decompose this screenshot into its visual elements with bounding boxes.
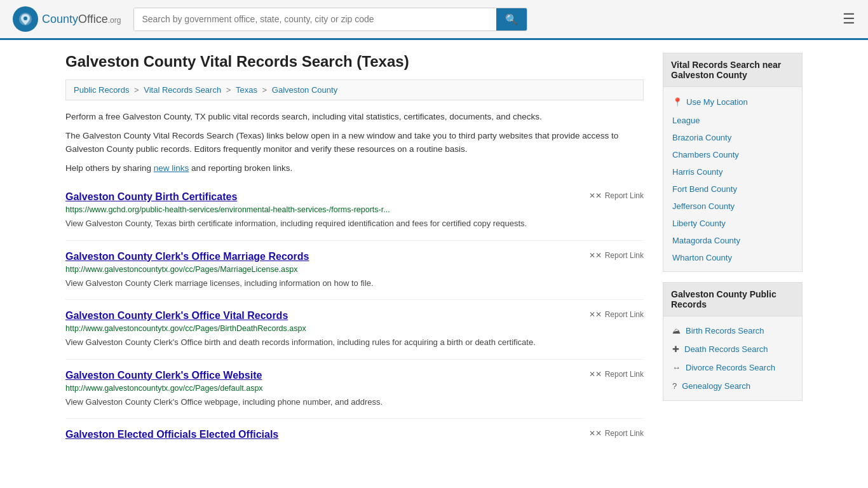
search-icon: 🔍 <box>505 14 518 25</box>
page-wrapper: Galveston County Vital Records Search (T… <box>53 40 815 466</box>
sidebar-link-harris[interactable]: Harris County <box>672 167 722 177</box>
breadcrumb-sep-1: > <box>134 85 141 95</box>
sidebar-item-fortbend[interactable]: Fort Bend County <box>663 180 802 198</box>
report-icon: ✕✕ <box>589 310 602 319</box>
sidebar-item-brazoria[interactable]: Brazoria County <box>663 129 802 146</box>
logo-office: Office <box>78 13 108 25</box>
logo-text: CountyOffice.org <box>42 13 121 26</box>
result-header: Galveston County Birth Certificates ✕✕ R… <box>65 191 644 203</box>
sidebar-item-wharton[interactable]: Wharton County <box>663 249 802 266</box>
sidebar-link-matagorda[interactable]: Matagorda County <box>672 236 740 245</box>
sidebar-link-fortbend[interactable]: Fort Bend County <box>672 184 737 194</box>
report-label: Report Link <box>605 429 644 438</box>
report-icon: ✕✕ <box>589 429 602 438</box>
description-para2: The Galveston County Vital Records Searc… <box>65 130 644 156</box>
result-item: Galveston County Birth Certificates ✕✕ R… <box>65 181 644 241</box>
use-my-location[interactable]: 📍 Use My Location <box>663 92 802 112</box>
sidebar-public-records-header: Galveston County Public Records <box>663 283 802 316</box>
result-desc: View Galveston County Clerk's Office bir… <box>65 336 644 349</box>
sidebar: Vital Records Search near Galveston Coun… <box>663 53 803 453</box>
report-link[interactable]: ✕✕ Report Link <box>589 370 644 379</box>
result-url[interactable]: http://www.galvestoncountytx.gov/cc/Page… <box>65 324 644 333</box>
sidebar-link-brazoria[interactable]: Brazoria County <box>672 133 731 142</box>
sidebar-nearby-section: Vital Records Search near Galveston Coun… <box>663 53 803 272</box>
new-links-link[interactable]: new links <box>154 163 189 173</box>
sidebar-divorce-records[interactable]: ↔ Divorce Records Search <box>663 358 802 377</box>
result-desc: View Galveston County Clerk marriage lic… <box>65 277 644 290</box>
sidebar-item-harris[interactable]: Harris County <box>663 163 802 180</box>
divorce-records-link[interactable]: Divorce Records Search <box>686 363 775 372</box>
report-icon: ✕✕ <box>589 191 602 200</box>
result-header: Galveston County Clerk's Office Vital Re… <box>65 310 644 322</box>
logo-county: County <box>42 13 78 25</box>
sidebar-public-records-body: ⛰ Birth Records Search ✚ Death Records S… <box>663 316 802 400</box>
result-url[interactable]: http://www.galvestoncountytx.gov/cc/Page… <box>65 265 644 274</box>
sidebar-birth-records[interactable]: ⛰ Birth Records Search <box>663 322 802 340</box>
location-icon: 📍 <box>672 97 682 107</box>
logo[interactable]: CountyOffice.org <box>13 6 121 32</box>
sidebar-link-chambers[interactable]: Chambers County <box>672 150 739 159</box>
result-title[interactable]: Galveston County Clerk's Office Vital Re… <box>65 310 288 322</box>
result-url[interactable]: http://www.galvestoncountytx.gov/cc/Page… <box>65 384 644 393</box>
description-para1: Perform a free Galveston County, TX publ… <box>65 111 644 123</box>
report-label: Report Link <box>605 251 644 260</box>
sidebar-public-records-section: Galveston County Public Records ⛰ Birth … <box>663 282 803 401</box>
sidebar-link-league[interactable]: League <box>672 116 700 125</box>
search-bar: 🔍 <box>133 8 527 31</box>
person-icon: ⛰ <box>672 326 681 336</box>
report-link[interactable]: ✕✕ Report Link <box>589 191 644 200</box>
genealogy-icon: ? <box>672 381 677 391</box>
result-desc: View Galveston County Clerk's Office web… <box>65 396 644 409</box>
report-link[interactable]: ✕✕ Report Link <box>589 429 644 438</box>
report-icon: ✕✕ <box>589 251 602 260</box>
result-desc: View Galveston County, Texas birth certi… <box>65 217 644 230</box>
breadcrumb-public-records[interactable]: Public Records <box>74 85 129 95</box>
sidebar-genealogy[interactable]: ? Genealogy Search <box>663 377 802 395</box>
result-url[interactable]: https://www.gchd.org/public-health-servi… <box>65 205 644 214</box>
report-label: Report Link <box>605 370 644 379</box>
logo-domain: .org <box>108 16 121 25</box>
report-link[interactable]: ✕✕ Report Link <box>589 310 644 319</box>
arrows-icon: ↔ <box>672 363 681 372</box>
result-header: Galveston Elected Officials Elected Offi… <box>65 429 644 440</box>
breadcrumb-texas[interactable]: Texas <box>236 85 257 95</box>
result-title[interactable]: Galveston County Clerk's Office Marriage… <box>65 251 309 262</box>
description-para3-suffix: and reporting broken links. <box>189 163 292 173</box>
search-input[interactable] <box>134 8 496 30</box>
page-title: Galveston County Vital Records Search (T… <box>65 53 644 71</box>
description-para3-prefix: Help others by sharing <box>65 163 154 173</box>
header: CountyOffice.org 🔍 ☰ <box>0 0 868 40</box>
menu-icon[interactable]: ☰ <box>843 11 855 27</box>
result-item: Galveston County Clerk's Office Website … <box>65 360 644 419</box>
breadcrumb-sep-2: > <box>226 85 233 95</box>
sidebar-item-league[interactable]: League <box>663 112 802 129</box>
result-item: Galveston County Clerk's Office Vital Re… <box>65 300 644 360</box>
genealogy-link[interactable]: Genealogy Search <box>682 381 750 391</box>
search-button[interactable]: 🔍 <box>496 8 527 30</box>
breadcrumb-vital-records[interactable]: Vital Records Search <box>144 85 221 95</box>
sidebar-item-liberty[interactable]: Liberty County <box>663 215 802 232</box>
breadcrumb: Public Records > Vital Records Search > … <box>65 79 644 100</box>
sidebar-link-jefferson[interactable]: Jefferson County <box>672 201 735 211</box>
sidebar-item-jefferson[interactable]: Jefferson County <box>663 198 802 215</box>
sidebar-item-matagorda[interactable]: Matagorda County <box>663 232 802 249</box>
sidebar-link-liberty[interactable]: Liberty County <box>672 219 726 228</box>
result-item: Galveston County Clerk's Office Marriage… <box>65 241 644 301</box>
death-records-link[interactable]: Death Records Search <box>684 344 768 354</box>
main-content: Galveston County Vital Records Search (T… <box>65 53 644 453</box>
description-para3: Help others by sharing new links and rep… <box>65 162 644 175</box>
result-title[interactable]: Galveston County Birth Certificates <box>65 191 237 203</box>
report-icon: ✕✕ <box>589 370 602 379</box>
breadcrumb-galveston-county[interactable]: Galveston County <box>272 85 337 95</box>
report-label: Report Link <box>605 310 644 319</box>
result-title[interactable]: Galveston Elected Officials Elected Offi… <box>65 429 278 440</box>
location-label: Use My Location <box>686 97 748 107</box>
sidebar-link-wharton[interactable]: Wharton County <box>672 253 732 262</box>
sidebar-item-chambers[interactable]: Chambers County <box>663 146 802 163</box>
sidebar-nearby-body: 📍 Use My Location League Brazoria County… <box>663 87 802 271</box>
result-title[interactable]: Galveston County Clerk's Office Website <box>65 370 262 381</box>
birth-records-link[interactable]: Birth Records Search <box>686 326 764 336</box>
sidebar-death-records[interactable]: ✚ Death Records Search <box>663 340 802 358</box>
report-label: Report Link <box>605 191 644 200</box>
report-link[interactable]: ✕✕ Report Link <box>589 251 644 260</box>
